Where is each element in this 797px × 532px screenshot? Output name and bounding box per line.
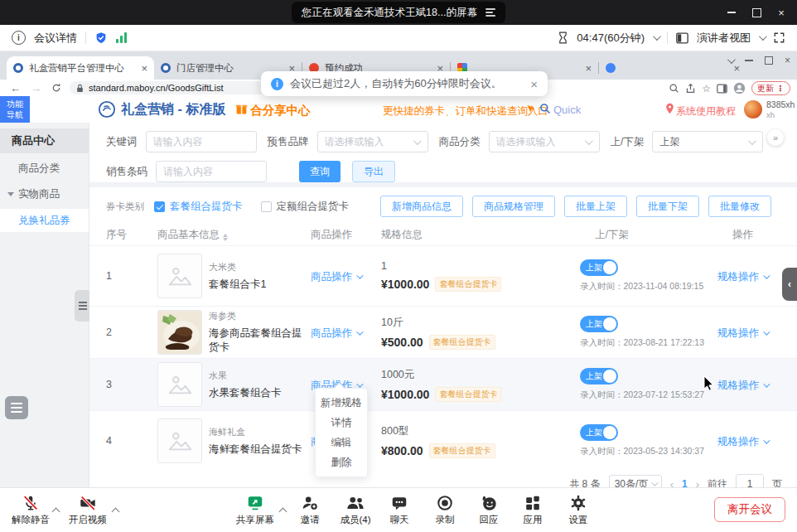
browser-restore-button[interactable] bbox=[765, 56, 773, 65]
menu-item-delete[interactable]: 删除 bbox=[316, 452, 367, 472]
side-panel-icon[interactable] bbox=[717, 84, 727, 94]
batch-edit-button[interactable]: 批量修改 bbox=[708, 196, 771, 217]
window-close-button[interactable]: × bbox=[769, 0, 794, 25]
card-type-tag: 套餐组合提货卡 bbox=[435, 277, 501, 292]
sidebar: 商品中心 商品分类 实物商品 兑换礼品券 bbox=[0, 123, 89, 487]
view-mode-button[interactable]: 演讲者视图 bbox=[697, 31, 751, 46]
menu-item-add-spec[interactable]: 新增规格 bbox=[316, 393, 367, 413]
sidebar-section-product-center[interactable]: 商品中心 bbox=[0, 128, 89, 153]
apps-grid-icon bbox=[524, 494, 542, 512]
network-signal-icon[interactable] bbox=[116, 32, 127, 43]
product-image-placeholder bbox=[157, 254, 202, 298]
profile-avatar-icon[interactable] bbox=[733, 82, 746, 94]
spec-action-link[interactable]: 规格操作 bbox=[717, 379, 768, 393]
timer-hourglass-icon bbox=[558, 31, 568, 44]
shelf-status-label: 上/下架 bbox=[611, 135, 645, 149]
brand-select[interactable]: 请选择或输入 bbox=[317, 131, 428, 152]
leave-meeting-button[interactable]: 离开会议 bbox=[714, 497, 785, 522]
spec-manage-button[interactable]: 商品规格管理 bbox=[472, 196, 555, 217]
mic-options-icon[interactable] bbox=[53, 503, 59, 518]
reload-icon[interactable] bbox=[51, 83, 61, 93]
tab-close-icon[interactable]: × bbox=[141, 63, 147, 74]
on-shelf-toggle[interactable]: 上架 bbox=[580, 368, 618, 384]
settings-button[interactable]: 设置 bbox=[549, 494, 607, 526]
meeting-details-button[interactable]: 会议详情 bbox=[34, 31, 77, 46]
security-shield-icon[interactable] bbox=[94, 31, 108, 45]
share-icon[interactable] bbox=[685, 83, 696, 94]
spec-action-link[interactable]: 规格操作 bbox=[717, 270, 768, 284]
entry-time: 录入时间：2023-07-12 15:53:27 bbox=[580, 389, 700, 401]
sort-icon[interactable] bbox=[223, 234, 228, 242]
share-screen-button[interactable]: 共享屏幕 bbox=[226, 494, 284, 526]
tab-search-icon[interactable] bbox=[727, 56, 736, 64]
product-action-link[interactable]: 商品操作 bbox=[311, 326, 361, 341]
pointer-icon bbox=[525, 104, 536, 114]
start-video-button[interactable]: 开启视频 bbox=[59, 494, 117, 526]
menu-item-details[interactable]: 详情 bbox=[316, 413, 367, 433]
forward-icon[interactable]: → bbox=[31, 82, 41, 94]
fullscreen-icon[interactable] bbox=[773, 31, 785, 44]
sidebar-item-gift-voucher[interactable]: 兑换礼品券 bbox=[0, 209, 89, 232]
quick-entry-hint: 更快捷的券卡、订单和快递查询入口 bbox=[383, 104, 548, 118]
side-panel-handle[interactable]: ‹ bbox=[782, 268, 797, 301]
bookmark-star-icon[interactable]: ☆ bbox=[702, 83, 711, 94]
user-avatar[interactable] bbox=[744, 100, 762, 118]
timer-dropdown-icon[interactable] bbox=[653, 32, 661, 41]
unmute-button[interactable]: 解除静音 bbox=[2, 494, 60, 526]
window-maximize-button[interactable] bbox=[744, 0, 769, 25]
sidebar-collapse-handle[interactable] bbox=[75, 290, 91, 322]
sidebar-item-physical-goods[interactable]: 实物商品 bbox=[0, 183, 89, 205]
share-center-icon bbox=[235, 102, 248, 115]
browser-tab-1[interactable]: 礼盒营销平台管理中心 × bbox=[7, 56, 154, 80]
tab-favicon bbox=[606, 63, 616, 73]
zoom-icon[interactable] bbox=[669, 83, 679, 94]
quick-link[interactable]: Quick bbox=[553, 104, 581, 116]
entry-time: 录入时间：2023-08-21 17:22:13 bbox=[580, 337, 700, 349]
on-shelf-toggle[interactable]: 上架 bbox=[580, 424, 618, 441]
on-shelf-toggle[interactable]: 上架 bbox=[580, 259, 618, 276]
browser-update-button[interactable]: 更新⋮ bbox=[751, 81, 790, 95]
meeting-timer[interactable]: 04:47(60分钟) bbox=[577, 31, 645, 46]
nav-toggle-button[interactable]: 功能导航 bbox=[0, 96, 30, 123]
quick-search-icon[interactable] bbox=[539, 103, 551, 114]
window-controls: × bbox=[719, 0, 794, 25]
banner-menu-icon[interactable] bbox=[485, 8, 495, 17]
menu-item-edit[interactable]: 编辑 bbox=[316, 433, 367, 452]
video-options-icon[interactable] bbox=[113, 503, 118, 518]
notification-close-icon[interactable]: × bbox=[530, 77, 538, 91]
add-product-button[interactable]: 新增商品信息 bbox=[380, 196, 463, 217]
keyword-input[interactable] bbox=[146, 131, 257, 152]
spec-action-link[interactable]: 规格操作 bbox=[717, 435, 768, 449]
browser-tab-5[interactable]: × bbox=[599, 56, 746, 80]
tab-close-icon[interactable]: × bbox=[585, 63, 592, 74]
sidebar-item-product-category[interactable]: 商品分类 bbox=[0, 157, 89, 179]
divider bbox=[85, 31, 86, 44]
spec-action-link[interactable]: 规格操作 bbox=[717, 326, 768, 341]
batch-offshelf-button[interactable]: 批量下架 bbox=[636, 196, 699, 217]
meeting-toolbar-top: i 会议详情 04:47(60分钟) 演讲者视图 bbox=[0, 25, 797, 51]
browser-close-button[interactable]: × bbox=[785, 55, 790, 66]
combo-card-checkbox[interactable] bbox=[154, 201, 165, 212]
product-action-link[interactable]: 商品操作 bbox=[311, 270, 361, 284]
category-select[interactable]: 请选择或输入 bbox=[489, 131, 600, 152]
barcode-input[interactable] bbox=[156, 161, 267, 182]
tutorial-link[interactable]: 系统使用教程 bbox=[676, 104, 736, 118]
search-button[interactable]: 查询 bbox=[299, 161, 341, 182]
combo-card-checkbox-label[interactable]: 套餐组合提货卡 bbox=[170, 200, 243, 214]
browser-minimize-button[interactable] bbox=[745, 60, 753, 60]
collapse-filters-button[interactable]: » bbox=[767, 129, 784, 146]
export-button[interactable]: 导出 bbox=[352, 161, 395, 182]
share-center-link[interactable]: 合分享中心 bbox=[250, 103, 311, 118]
back-icon[interactable]: ← bbox=[10, 82, 21, 94]
fixed-card-checkbox-label[interactable]: 定额组合提货卡 bbox=[277, 200, 350, 214]
record-icon bbox=[436, 494, 454, 512]
app-header: 功能导航 礼盒营销 - 标准版 合分享中心 更快捷的券卡、订单和快递查询入口 Q… bbox=[0, 96, 797, 123]
view-dropdown-icon[interactable] bbox=[759, 32, 767, 41]
window-minimize-button[interactable] bbox=[719, 0, 744, 25]
batch-onshelf-button[interactable]: 批量上架 bbox=[564, 196, 627, 217]
filter-panel: 关键词 预售品牌 请选择或输入 商品分类 请选择或输入 上/下架 上架 bbox=[89, 123, 797, 182]
shelf-status-select[interactable]: 上架 bbox=[652, 131, 763, 152]
floating-list-button[interactable] bbox=[5, 396, 28, 419]
on-shelf-toggle[interactable]: 上架 bbox=[580, 316, 618, 332]
fixed-card-checkbox[interactable] bbox=[261, 201, 272, 212]
